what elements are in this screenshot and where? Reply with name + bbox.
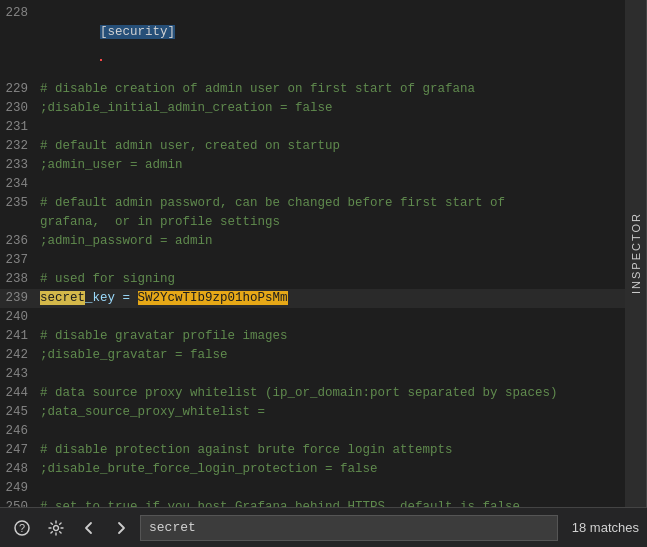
line-content: ;admin_password = admin [40,232,213,251]
line-number: 243 [0,365,40,384]
line-content: ;disable_initial_admin_creation = false [40,99,333,118]
code-line: 246 [0,422,625,441]
line-content: # data source proxy whitelist (ip_or_dom… [40,384,558,403]
code-line: 245 ;data_source_proxy_whitelist = [0,403,625,422]
line-content: # disable creation of admin user on firs… [40,80,475,99]
line-number: 242 [0,346,40,365]
line-content: # used for signing [40,270,175,289]
line-content: ;disable_brute_force_login_protection = … [40,460,378,479]
search-bar: ? 18 matches [0,507,647,547]
code-line: 236 ;admin_password = admin [0,232,625,251]
svg-point-2 [54,525,59,530]
line-number: 249 [0,479,40,498]
code-line: 240 [0,308,625,327]
line-content: # disable protection against brute force… [40,441,453,460]
code-line: 230 ;disable_initial_admin_creation = fa… [0,99,625,118]
line-content: # default admin user, created on startup [40,137,340,156]
value-highlight: SW2YcwTIb9zp01hoPsMm [138,291,288,305]
code-line: 235 # default admin password, can be cha… [0,194,625,213]
line-content: [security] [40,4,175,80]
key-token: _key = [85,291,138,305]
line-number: 245 [0,403,40,422]
inspector-label: INSPECTOR [630,213,642,295]
line-content: # disable gravatar profile images [40,327,288,346]
line-content: ;data_source_proxy_whitelist = [40,403,265,422]
line-number: 230 [0,99,40,118]
line-content: ;admin_user = admin [40,156,183,175]
line-number: 241 [0,327,40,346]
line-number: 239 [0,289,40,308]
help-icon: ? [14,520,30,536]
code-line: 242 ;disable_gravatar = false [0,346,625,365]
code-line: 250 # set to true if you host Grafana be… [0,498,625,507]
line-number: 237 [0,251,40,270]
line-content: # set to true if you host Grafana behind… [40,498,528,507]
line-number: 240 [0,308,40,327]
svg-text:?: ? [19,522,25,534]
code-line: 249 [0,479,625,498]
line-content: secret_key = SW2YcwTIb9zp01hoPsMm [40,289,288,308]
code-line: 248 ;disable_brute_force_login_protectio… [0,460,625,479]
line-content: # default admin password, can be changed… [40,194,505,213]
line-number: 246 [0,422,40,441]
arrow-right-icon [114,521,128,535]
line-number: 228 [0,4,40,23]
line-number: 238 [0,270,40,289]
inspector-sidebar: INSPECTOR [625,0,647,507]
code-line: 229 # disable creation of admin user on … [0,80,625,99]
gear-icon [48,520,64,536]
prev-button[interactable] [76,515,102,541]
code-line: 244 # data source proxy whitelist (ip_or… [0,384,625,403]
line-number: 233 [0,156,40,175]
code-line: 237 [0,251,625,270]
match-count: 18 matches [564,520,639,535]
editor-area: 228 [security] 229 # disable creation of… [0,0,647,507]
line-number: 235 [0,194,40,213]
line-number: 234 [0,175,40,194]
code-line: 234 [0,175,625,194]
code-line-239: 239 secret_key = SW2YcwTIb9zp01hoPsMm [0,289,625,308]
next-button[interactable] [108,515,134,541]
code-line: 238 # used for signing [0,270,625,289]
line-content: grafana, or in profile settings [40,213,280,232]
line-content: ;disable_gravatar = false [40,346,228,365]
line-number: 244 [0,384,40,403]
search-input[interactable] [140,515,558,541]
line-number: 250 [0,498,40,507]
code-line: 228 [security] [0,4,625,80]
line-number: 236 [0,232,40,251]
code-line: grafana, or in profile settings [0,213,625,232]
line-number: 231 [0,118,40,137]
help-button[interactable]: ? [8,514,36,542]
code-line: 241 # disable gravatar profile images [0,327,625,346]
line-number: 232 [0,137,40,156]
code-line: 243 [0,365,625,384]
line-number: 247 [0,441,40,460]
code-line: 231 [0,118,625,137]
code-container: 228 [security] 229 # disable creation of… [0,0,625,507]
settings-button[interactable] [42,514,70,542]
line-number: 229 [0,80,40,99]
code-line: 233 ;admin_user = admin [0,156,625,175]
search-match-highlight: secret [40,291,85,305]
section-token: [security] [100,25,175,39]
arrow-left-icon [82,521,96,535]
line-number: 248 [0,460,40,479]
code-line: 232 # default admin user, created on sta… [0,137,625,156]
code-line: 247 # disable protection against brute f… [0,441,625,460]
